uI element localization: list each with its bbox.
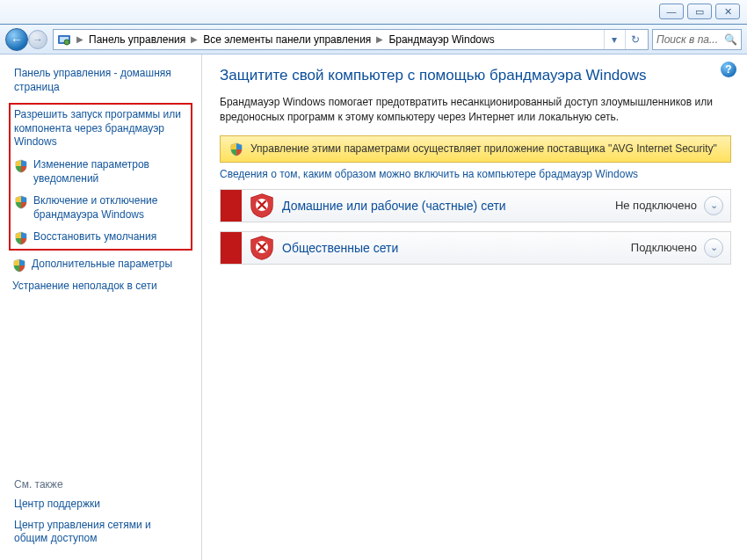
navigation-bar: ← → ▶ Панель управления ▶ Все элементы п…	[0, 25, 747, 55]
banner-text: Управление этими параметрами осуществляе…	[250, 142, 717, 155]
chevron-down-icon: ▾	[612, 33, 617, 46]
see-also-heading: См. также	[14, 478, 187, 491]
sidebar-item-label: Дополнительные параметры	[32, 258, 172, 272]
see-also-network-sharing[interactable]: Центр управления сетями и общим доступом	[14, 519, 187, 546]
window-close-button[interactable]: ✕	[715, 4, 740, 19]
arrow-left-icon: ←	[11, 33, 23, 47]
sidebar-home-label: Панель управления - домашняя страница	[14, 67, 192, 94]
sidebar-item-label: Включение и отключение брандмауэра Windo…	[33, 194, 187, 222]
search-input[interactable]: Поиск в па... 🔍	[652, 29, 742, 50]
status-color-bar	[221, 190, 242, 222]
close-icon: ✕	[724, 6, 732, 18]
sidebar-item-label: Изменение параметров уведомлений	[33, 158, 187, 185]
sidebar-see-also: См. также Центр поддержки Центр управлен…	[9, 471, 192, 551]
page-description: Брандмауэр Windows помогает предотвратит…	[220, 95, 731, 125]
sidebar-item-label: Центр управления сетями и общим доступом	[14, 519, 187, 546]
nav-back-forward: ← →	[5, 27, 49, 52]
sidebar-link-notification-settings[interactable]: Изменение параметров уведомлений	[14, 158, 187, 185]
chevron-down-icon: ⌄	[710, 242, 718, 253]
page-title: Защитите свой компьютер с помощью брандм…	[220, 67, 731, 84]
chevron-right-icon: ▶	[376, 34, 383, 44]
network-section-private[interactable]: Домашние или рабочие (частные) сети Не п…	[220, 189, 731, 222]
expand-button[interactable]: ⌄	[704, 238, 723, 258]
shield-icon	[14, 159, 28, 173]
help-button[interactable]: ?	[721, 62, 736, 77]
network-connection-status: Не подключено	[615, 199, 697, 212]
breadcrumb-item[interactable]: Все элементы панели управления	[203, 33, 371, 46]
refresh-button[interactable]: ↻	[625, 30, 644, 49]
shield-icon	[14, 195, 28, 209]
address-dropdown-button[interactable]: ▾	[604, 30, 623, 49]
sidebar-item-label: Разрешить запуск программы или компонент…	[14, 108, 187, 149]
sidebar-home-link[interactable]: Панель управления - домашняя страница	[14, 67, 192, 94]
chevron-right-icon: ▶	[76, 34, 83, 44]
sidebar-link-allow-program[interactable]: Разрешить запуск программы или компонент…	[14, 108, 187, 149]
network-connection-status: Подключено	[631, 241, 697, 254]
vendor-management-banner: Управление этими параметрами осуществляе…	[220, 135, 731, 163]
sidebar-link-restore-defaults[interactable]: Восстановить умолчания	[14, 230, 187, 245]
main-panel: ? Защитите свой компьютер с помощью бран…	[202, 55, 747, 560]
breadcrumb-item[interactable]: Панель управления	[89, 33, 185, 46]
search-icon: 🔍	[724, 33, 737, 46]
chevron-down-icon: ⌄	[710, 200, 718, 211]
chevron-right-icon: ▶	[191, 34, 198, 44]
sidebar-link-toggle-firewall[interactable]: Включение и отключение брандмауэра Windo…	[14, 194, 187, 222]
blocked-shield-icon	[249, 193, 275, 219]
network-section-title: Домашние или рабочие (частные) сети	[282, 199, 615, 213]
sidebar-item-label: Центр поддержки	[14, 498, 100, 512]
enable-firewall-help-link[interactable]: Сведения о том, каким образом можно вклю…	[220, 168, 731, 180]
sidebar-link-troubleshoot-network[interactable]: Устранение неполадок в сети	[12, 280, 192, 294]
blocked-shield-icon	[249, 235, 275, 261]
sidebar-highlight-group: Разрешить запуск программы или компонент…	[9, 103, 192, 251]
search-placeholder: Поиск в па...	[656, 33, 718, 46]
window-minimize-button[interactable]: —	[659, 4, 684, 19]
shield-icon	[14, 231, 28, 245]
maximize-icon: ▭	[695, 6, 704, 18]
breadcrumb-item[interactable]: Брандмауэр Windows	[388, 33, 494, 46]
window-maximize-button[interactable]: ▭	[687, 4, 712, 19]
minimize-icon: —	[667, 6, 677, 17]
network-section-title: Общественные сети	[282, 241, 631, 255]
refresh-icon: ↻	[631, 33, 640, 46]
arrow-right-icon: →	[33, 33, 43, 46]
expand-button[interactable]: ⌄	[704, 196, 723, 215]
sidebar: Панель управления - домашняя страница Ра…	[0, 55, 202, 560]
back-button[interactable]: ←	[5, 28, 28, 51]
shield-icon	[12, 258, 26, 273]
status-color-bar	[221, 232, 242, 264]
network-section-public[interactable]: Общественные сети Подключено ⌄	[220, 231, 731, 265]
help-icon: ?	[725, 63, 731, 76]
address-bar[interactable]: ▶ Панель управления ▶ Все элементы панел…	[53, 29, 649, 50]
shield-icon	[229, 142, 243, 156]
sidebar-link-advanced-settings[interactable]: Дополнительные параметры	[12, 258, 192, 273]
see-also-action-center[interactable]: Центр поддержки	[14, 498, 187, 512]
control-panel-icon	[57, 33, 71, 47]
sidebar-item-label: Восстановить умолчания	[33, 230, 156, 244]
forward-button[interactable]: →	[28, 30, 47, 49]
sidebar-item-label: Устранение неполадок в сети	[12, 280, 157, 294]
window-titlebar: — ▭ ✕	[0, 0, 747, 25]
